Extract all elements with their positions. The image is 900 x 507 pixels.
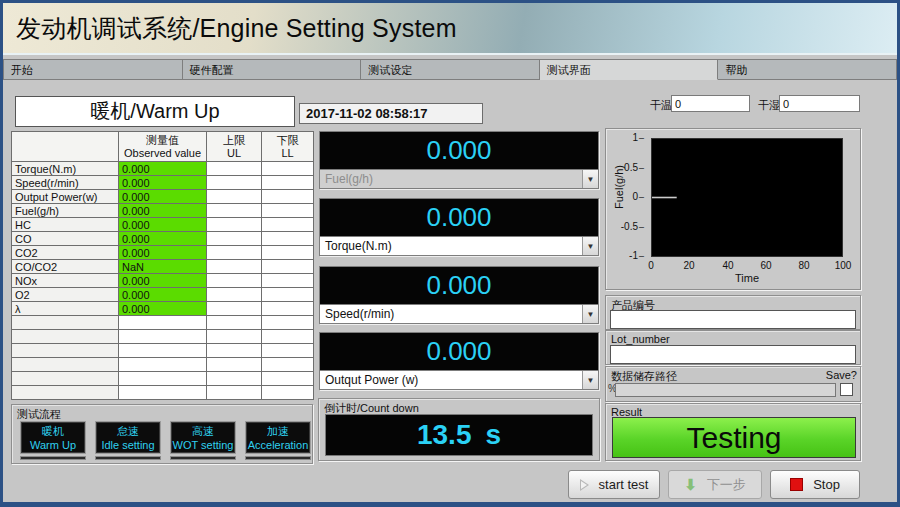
table-empty-row xyxy=(12,316,314,330)
warmup-button[interactable]: 暖机 Warm Up xyxy=(20,421,86,454)
product-number-group: 产品编号 xyxy=(605,295,861,330)
app-window: 发动机调试系统/Engine Setting System 开始 硬件配置 测试… xyxy=(0,0,900,507)
lot-number-input[interactable] xyxy=(610,345,856,364)
y-tick: -0.5 xyxy=(618,221,644,232)
table-row: CO/CO2NaN xyxy=(12,260,314,274)
torque-channel-label: Torque(N.m) xyxy=(325,239,392,253)
storage-path-input[interactable] xyxy=(615,383,836,397)
lot-number-group: Lot_number xyxy=(605,330,861,365)
stage-title: 暖机/Warm Up xyxy=(15,96,295,127)
row-value: 0.000 xyxy=(119,302,207,316)
torque-channel-select[interactable]: Torque(N.m) ▼ xyxy=(320,237,598,255)
countdown-unit: s xyxy=(485,419,501,451)
result-group: Result Testing xyxy=(605,403,861,461)
row-name: Torque(N.m) xyxy=(12,162,119,176)
row-name: CO2 xyxy=(12,246,119,260)
tab-help[interactable]: 帮助 xyxy=(718,59,897,80)
stop-label: Stop xyxy=(813,477,840,492)
x-tick: 20 xyxy=(677,260,701,271)
display-unit-speed: 0.000 Speed(r/min) ▼ xyxy=(319,266,599,324)
x-tick: 0 xyxy=(639,260,663,271)
y-tick: 0 xyxy=(618,191,644,202)
table-empty-row xyxy=(12,372,314,386)
x-tick: 100 xyxy=(831,260,855,271)
timestamp: 2017-11-02 08:58:17 xyxy=(299,103,483,124)
torque-display-value: 0.000 xyxy=(320,199,598,237)
row-name: NOx xyxy=(12,274,119,288)
play-icon xyxy=(580,479,589,491)
idle-progress-strip xyxy=(95,456,161,460)
y-tick: 0.5 xyxy=(618,162,644,173)
save-checkbox[interactable] xyxy=(840,383,853,396)
chevron-down-icon[interactable]: ▼ xyxy=(582,371,598,389)
test-flow-group: 测试流程 暖机 Warm Up 怠速 Idle setting 高速 WOT s… xyxy=(11,404,313,464)
row-name: CO xyxy=(12,232,119,246)
acceleration-progress-strip xyxy=(245,456,311,460)
power-display-value: 0.000 xyxy=(320,333,598,371)
table-row: Torque(N.m)0.000 xyxy=(12,162,314,176)
test-flow-buttons: 暖机 Warm Up 怠速 Idle setting 高速 WOT settin… xyxy=(20,421,311,454)
result-display: Testing xyxy=(612,417,856,458)
x-tick: 80 xyxy=(792,260,816,271)
power-channel-select[interactable]: Outqut Power (w) ▼ xyxy=(320,371,598,389)
countdown-group: 倒计时/Count down 13.5 s xyxy=(318,398,600,461)
table-row: CO20.000 xyxy=(12,246,314,260)
table-row: O20.000 xyxy=(12,288,314,302)
app-title: 发动机调试系统/Engine Setting System xyxy=(3,12,457,45)
chevron-down-icon: ▼ xyxy=(582,170,598,188)
row-value: 0.000 xyxy=(119,176,207,190)
result-label: Result xyxy=(606,404,860,418)
y-tick: 1 xyxy=(618,132,644,143)
product-number-input[interactable] xyxy=(610,310,856,329)
save-label: Save? xyxy=(826,369,857,381)
idle-setting-button[interactable]: 怠速 Idle setting xyxy=(95,421,161,454)
power-channel-label: Outqut Power (w) xyxy=(325,373,418,387)
tab-test-setting[interactable]: 测试设定 xyxy=(361,59,540,80)
header-empty xyxy=(12,132,119,162)
table-row: HC0.000 xyxy=(12,218,314,232)
speed-channel-select[interactable]: Speed(r/min) ▼ xyxy=(320,305,598,323)
lot-number-label: Lot_number xyxy=(606,331,860,345)
row-value: 0.000 xyxy=(119,232,207,246)
tab-test-interface[interactable]: 测试界面 xyxy=(540,59,719,80)
table-row: CO0.000 xyxy=(12,232,314,246)
table-row: λ0.000 xyxy=(12,302,314,316)
row-value: NaN xyxy=(119,260,207,274)
storage-path-group: 数据储存路径 Save? % xyxy=(605,366,861,402)
x-tick: 40 xyxy=(716,260,740,271)
chart-x-axis-label: Time xyxy=(651,272,843,284)
fuel-channel-label: Fuel(g/h) xyxy=(325,172,373,186)
table-header-row: 测量值Observed value 上限UL 下限LL xyxy=(12,132,314,162)
chevron-down-icon[interactable]: ▼ xyxy=(582,305,598,323)
table-row: NOx0.000 xyxy=(12,274,314,288)
table-empty-row xyxy=(12,330,314,344)
dry-temperature-input[interactable] xyxy=(671,95,750,112)
countdown-value: 13.5 xyxy=(417,419,472,451)
row-value: 0.000 xyxy=(119,218,207,232)
acceleration-button[interactable]: 加速 Acceleration xyxy=(245,421,311,454)
table-row: Fuel(g/h)0.000 xyxy=(12,204,314,218)
stop-button[interactable]: Stop xyxy=(770,470,860,499)
table-empty-row xyxy=(12,386,314,400)
tab-hardware-config[interactable]: 硬件配置 xyxy=(183,59,362,80)
speed-display-value: 0.000 xyxy=(320,267,598,305)
test-flow-label: 测试流程 xyxy=(12,405,312,422)
display-unit-power: 0.000 Outqut Power (w) ▼ xyxy=(319,332,599,390)
row-name: Speed(r/min) xyxy=(12,176,119,190)
next-step-label: 下一步 xyxy=(707,476,746,494)
display-unit-torque: 0.000 Torque(N.m) ▼ xyxy=(319,198,599,256)
fuel-channel-select: Fuel(g/h) ▼ xyxy=(320,170,598,188)
countdown-display: 13.5 s xyxy=(325,414,593,456)
tab-start[interactable]: 开始 xyxy=(3,59,183,80)
table-row: Speed(r/min)0.000 xyxy=(12,176,314,190)
chevron-down-icon[interactable]: ▼ xyxy=(582,237,598,255)
dry-humidity-input[interactable] xyxy=(779,95,860,112)
measurement-table: 测量值Observed value 上限UL 下限LL Torque(N.m)0… xyxy=(11,131,314,400)
start-test-button[interactable]: start test xyxy=(568,470,660,499)
row-value: 0.000 xyxy=(119,204,207,218)
wot-setting-button[interactable]: 高速 WOT setting xyxy=(170,421,236,454)
fuel-chart-group: Fuel(g/h) 1 0.5 0 -0.5 -1 0 20 40 60 80 … xyxy=(605,128,861,290)
next-step-button[interactable]: ⬇ 下一步 xyxy=(668,470,762,499)
speed-channel-label: Speed(r/min) xyxy=(325,307,394,321)
header-ll: 下限LL xyxy=(262,132,314,162)
